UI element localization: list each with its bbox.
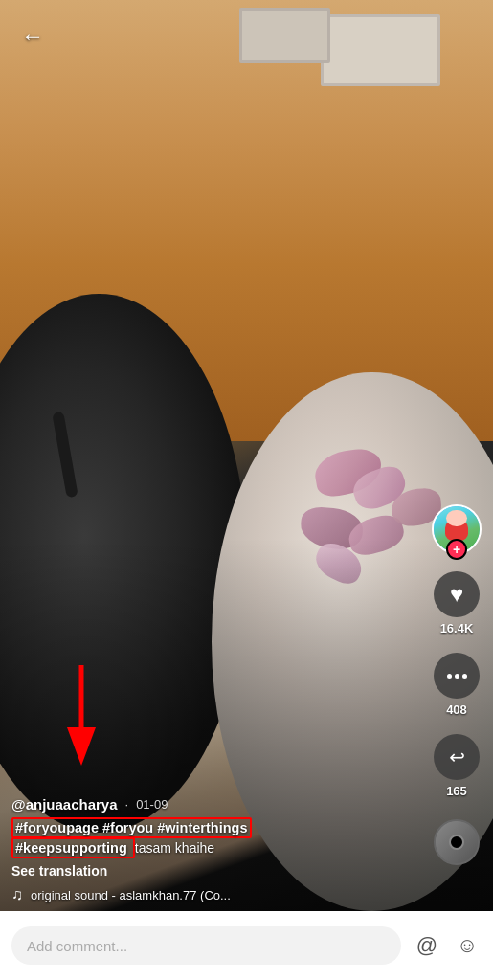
creator-avatar[interactable]: +	[432, 504, 482, 554]
separator: ·	[125, 797, 129, 812]
caption-extra: tasam khaihe	[135, 840, 214, 856]
music-row: ♫ original sound - aslamkhan.77 (Co...	[11, 886, 416, 903]
like-action[interactable]: ♥ 16.4K	[434, 571, 480, 635]
hashtag-3: #winterthings	[157, 820, 247, 835]
share-count: 165	[446, 784, 467, 798]
hashtag-1: #foryoupage	[15, 820, 99, 835]
follow-badge[interactable]: +	[446, 539, 467, 560]
music-text: original sound - aslamkhan.77 (Co...	[31, 888, 231, 902]
username-row: @anjuaacharya · 01-09	[11, 796, 416, 813]
emoji-button[interactable]: ☺	[453, 931, 482, 960]
hashtag-2: #foryou	[102, 820, 153, 835]
share-icon: ↪	[449, 746, 465, 768]
like-count: 16.4K	[440, 621, 474, 635]
back-button[interactable]: ←	[15, 19, 50, 54]
heart-icon: ♥	[450, 581, 463, 608]
comment-action[interactable]: 408	[434, 653, 480, 717]
music-avatar-img	[434, 819, 480, 865]
music-disc[interactable]	[434, 819, 480, 865]
comment-dots-icon	[447, 674, 467, 679]
red-arrow-annotation	[53, 660, 120, 769]
post-date: 01-09	[136, 797, 168, 812]
see-translation-button[interactable]: See translation	[11, 863, 416, 879]
highlighted-hashtags: #foryoupage #foryou #winterthings	[11, 817, 252, 838]
hashtag-4: #keepsupporting	[15, 840, 127, 856]
right-sidebar: + ♥ 16.4K 408 ↪ 165	[432, 504, 482, 865]
music-note-icon: ♫	[11, 886, 23, 903]
username-label: @anjuaacharya	[11, 796, 118, 813]
share-icon-circle: ↪	[434, 734, 480, 780]
comment-bar: Add comment... @ ☺	[0, 911, 493, 980]
emoji-icon: ☺	[457, 933, 478, 958]
app-container: ← + ♥ 16.4K	[0, 0, 493, 980]
red-arrow-svg	[53, 660, 120, 766]
comment-placeholder: Add comment...	[27, 938, 127, 954]
highlighted-hashtag-4: #keepsupporting	[11, 837, 135, 858]
at-icon: @	[416, 933, 437, 958]
comment-input[interactable]: Add comment...	[11, 926, 401, 965]
comment-count: 408	[446, 702, 467, 717]
bottom-info: @anjuaacharya · 01-09 #foryoupage #foryo…	[11, 796, 416, 904]
at-sign-button[interactable]: @	[413, 931, 441, 960]
caption-text: #foryoupage #foryou #winterthings #keeps…	[11, 818, 416, 860]
comment-icon-circle	[434, 653, 480, 699]
share-action[interactable]: ↪ 165	[434, 734, 480, 798]
like-icon-circle: ♥	[434, 571, 480, 617]
back-arrow-icon: ←	[21, 23, 44, 50]
